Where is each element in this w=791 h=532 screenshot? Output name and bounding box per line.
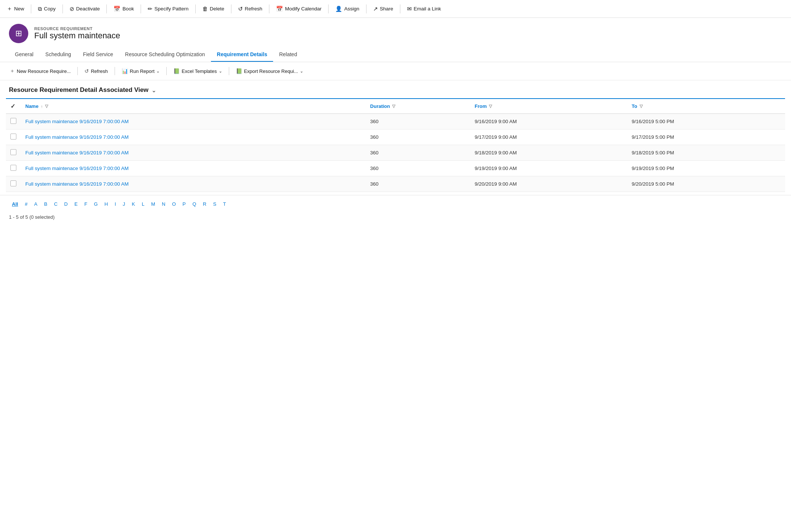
specify-pattern-icon: ✏ xyxy=(148,6,153,12)
select-all-checkbox[interactable]: ✓ xyxy=(10,103,15,109)
row-name-4: Full system maintenace 9/16/2019 7:00:00… xyxy=(21,176,366,192)
row-name-link-1[interactable]: Full system maintenace 9/16/2019 7:00:00… xyxy=(25,134,129,140)
tab-rso[interactable]: Resource Scheduling Optimization xyxy=(119,48,211,62)
alpha-btn-c[interactable]: C xyxy=(51,200,60,208)
alpha-btn-all[interactable]: All xyxy=(9,200,21,208)
alpha-btn-i[interactable]: I xyxy=(112,200,119,208)
refresh-icon: ↺ xyxy=(238,6,243,12)
toolbar-btn-label: Share xyxy=(380,6,393,12)
table-header-row: ✓ Name ↑ ▽ Duration ▽ xyxy=(6,99,785,114)
row-from-1: 9/17/2019 9:00 AM xyxy=(470,129,627,145)
sub-divider xyxy=(229,67,229,75)
tab-scheduling[interactable]: Scheduling xyxy=(39,48,77,62)
alpha-btn-a[interactable]: A xyxy=(31,200,41,208)
toolbar-btn-label: Delete xyxy=(210,6,224,12)
row-name-link-2[interactable]: Full system maintenace 9/16/2019 7:00:00… xyxy=(25,150,129,156)
toolbar-btn-assign[interactable]: 👤Assign xyxy=(332,3,363,15)
tab-field-service[interactable]: Field Service xyxy=(77,48,119,62)
sub-btn-refresh[interactable]: ↺Refresh xyxy=(81,66,112,76)
toolbar-btn-share[interactable]: ↗Share xyxy=(369,3,397,15)
sub-btn-label: New Resource Require... xyxy=(17,68,71,74)
alpha-btn-j[interactable]: J xyxy=(120,200,128,208)
alpha-btn-n[interactable]: N xyxy=(159,200,168,208)
toolbar-btn-modify-calendar[interactable]: 📅Modify Calendar xyxy=(272,3,325,15)
alpha-btn-k[interactable]: K xyxy=(129,200,138,208)
toolbar-btn-deactivate[interactable]: ⊘Deactivate xyxy=(66,3,104,15)
toolbar-btn-specify-pattern[interactable]: ✏Specify Pattern xyxy=(144,3,192,15)
col-duration-label: Duration xyxy=(370,103,390,109)
row-to-0: 9/16/2019 5:00 PM xyxy=(627,114,785,129)
table-body: Full system maintenace 9/16/2019 7:00:00… xyxy=(6,114,785,192)
row-duration-2: 360 xyxy=(366,145,470,161)
alpha-btn-o[interactable]: O xyxy=(169,200,179,208)
row-checkbox-cell-0[interactable] xyxy=(6,114,21,129)
toolbar-btn-label: Book xyxy=(122,6,134,12)
alpha-btn-#[interactable]: # xyxy=(22,200,31,208)
entity-info: RESOURCE REQUIREMENT Full system mainten… xyxy=(34,26,120,41)
row-name-link-3[interactable]: Full system maintenace 9/16/2019 7:00:00… xyxy=(25,166,129,171)
table-row: Full system maintenace 9/16/2019 7:00:00… xyxy=(6,176,785,192)
toolbar-btn-copy[interactable]: ⧉Copy xyxy=(34,3,60,15)
row-duration-3: 360 xyxy=(366,161,470,176)
from-filter-icon[interactable]: ▽ xyxy=(489,104,492,109)
alpha-btn-r[interactable]: R xyxy=(200,200,209,208)
alpha-btn-h[interactable]: H xyxy=(102,200,111,208)
name-filter-icon[interactable]: ▽ xyxy=(45,104,48,109)
row-checkbox-cell-2[interactable] xyxy=(6,145,21,161)
toolbar-divider xyxy=(269,4,269,13)
row-checkbox-2[interactable] xyxy=(10,149,16,155)
alpha-btn-q[interactable]: Q xyxy=(189,200,199,208)
toolbar-btn-email-a-link[interactable]: ✉Email a Link xyxy=(403,3,445,15)
row-name-link-4[interactable]: Full system maintenace 9/16/2019 7:00:00… xyxy=(25,181,129,187)
row-checkbox-3[interactable] xyxy=(10,165,16,171)
row-name-2: Full system maintenace 9/16/2019 7:00:00… xyxy=(21,145,366,161)
toolbar-btn-label: Modify Calendar xyxy=(285,6,321,12)
alpha-btn-e[interactable]: E xyxy=(71,200,81,208)
alpha-btn-m[interactable]: M xyxy=(148,200,158,208)
row-checkbox-0[interactable] xyxy=(10,118,16,124)
alpha-btn-f[interactable]: F xyxy=(81,200,90,208)
toolbar-btn-new[interactable]: ＋New xyxy=(3,3,28,15)
alpha-btn-t[interactable]: T xyxy=(220,200,229,208)
to-filter-icon[interactable]: ▽ xyxy=(640,104,643,109)
toolbar-btn-refresh[interactable]: ↺Refresh xyxy=(234,3,266,15)
alpha-btn-l[interactable]: L xyxy=(139,200,147,208)
alpha-btn-d[interactable]: D xyxy=(61,200,71,208)
alpha-btn-p[interactable]: P xyxy=(180,200,189,208)
view-chevron-icon[interactable]: ⌄ xyxy=(151,87,156,94)
row-checkbox-4[interactable] xyxy=(10,180,16,186)
name-sort-icon[interactable]: ↑ xyxy=(41,104,43,109)
row-checkbox-1[interactable] xyxy=(10,134,16,140)
sub-btn-label: Run Report xyxy=(130,68,154,74)
toolbar-btn-delete[interactable]: 🗑Delete xyxy=(199,3,228,14)
select-all-header[interactable]: ✓ xyxy=(6,99,21,114)
alpha-btn-s[interactable]: S xyxy=(210,200,220,208)
col-name-label: Name xyxy=(25,103,38,109)
assign-icon: 👤 xyxy=(335,6,342,12)
toolbar-btn-book[interactable]: 📅Book xyxy=(110,3,138,15)
sub-btn-label: Export Resource Requi... xyxy=(244,68,298,74)
row-from-4: 9/20/2019 9:00 AM xyxy=(470,176,627,192)
sub-btn-export-resource[interactable]: 📗Export Resource Requi...⌄ xyxy=(232,66,307,76)
sub-btn-excel-templates[interactable]: 📗Excel Templates⌄ xyxy=(170,66,225,76)
toolbar-btn-label: Deactivate xyxy=(76,6,100,12)
row-checkbox-cell-1[interactable] xyxy=(6,129,21,145)
sub-btn-new-resource-require[interactable]: ＋New Resource Require... xyxy=(6,66,74,76)
duration-filter-icon[interactable]: ▽ xyxy=(392,104,395,109)
alpha-btn-g[interactable]: G xyxy=(91,200,101,208)
tab-general[interactable]: General xyxy=(9,48,39,62)
tab-related[interactable]: Related xyxy=(273,48,303,62)
row-checkbox-cell-3[interactable] xyxy=(6,161,21,176)
run-report-dropdown-icon: ⌄ xyxy=(156,69,160,74)
row-name-link-0[interactable]: Full system maintenace 9/16/2019 7:00:00… xyxy=(25,119,129,124)
tab-bar: GeneralSchedulingField ServiceResource S… xyxy=(0,48,791,62)
toolbar-btn-label: Assign xyxy=(344,6,359,12)
row-checkbox-cell-4[interactable] xyxy=(6,176,21,192)
sub-btn-run-report[interactable]: 📊Run Report⌄ xyxy=(118,66,163,76)
sub-divider xyxy=(166,67,167,75)
row-to-3: 9/19/2019 5:00 PM xyxy=(627,161,785,176)
new-resource-require-icon: ＋ xyxy=(10,68,15,74)
tab-requirement-details[interactable]: Requirement Details xyxy=(211,48,273,62)
toolbar-btn-label: Email a Link xyxy=(414,6,441,12)
alpha-btn-b[interactable]: B xyxy=(41,200,51,208)
